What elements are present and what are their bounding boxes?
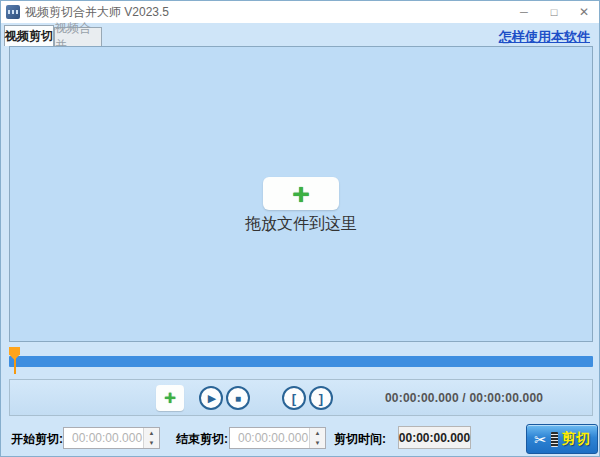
close-button-icon[interactable]: ✕ (569, 1, 599, 23)
spinner-down-icon[interactable]: ▼ (144, 438, 159, 448)
seek-bar[interactable] (9, 356, 593, 367)
stop-button[interactable]: ■ (226, 386, 250, 410)
tab-video-cut[interactable]: 视频剪切 (4, 25, 54, 46)
app-window: 视频剪切合并大师 V2023.5 ─ □ ✕ 视频剪切 视频合并 怎样使用本软件… (0, 0, 600, 457)
start-cut-input[interactable] (64, 428, 143, 448)
cut-button[interactable]: ✂ 剪切 (526, 424, 598, 454)
start-cut-spinner: ▲ ▼ (143, 428, 159, 448)
stop-icon: ■ (235, 393, 241, 404)
plus-icon: + (292, 181, 310, 207)
add-file-button[interactable]: + (263, 177, 339, 210)
start-cut-field-group: ▲ ▼ (63, 427, 160, 449)
bottom-bar: 开始剪切: ▲ ▼ 结束剪切: ▲ ▼ 剪切时间: 00:00:00.000 ✂… (1, 418, 600, 457)
cut-duration-value: 00:00:00.000 (398, 426, 471, 449)
tab-video-merge[interactable]: 视频合并 (54, 27, 102, 46)
app-icon (6, 5, 20, 19)
drop-zone[interactable]: + 拖放文件到这里 (9, 46, 593, 342)
plus-icon: + (164, 389, 176, 407)
start-cut-label: 开始剪切: (11, 431, 63, 448)
help-link[interactable]: 怎样使用本软件 (499, 28, 590, 46)
scissors-icon: ✂ (534, 432, 547, 447)
end-cut-field-group: ▲ ▼ (229, 427, 326, 449)
end-cut-input[interactable] (230, 428, 309, 448)
mark-start-button[interactable]: [ (282, 386, 306, 410)
bracket-right-icon: ] (319, 391, 323, 406)
cut-button-label: 剪切 (562, 430, 590, 448)
minimize-button-icon[interactable]: ─ (509, 1, 539, 23)
time-display: 00:00:00.000 / 00:00:00.000 (385, 391, 543, 405)
window-controls: ─ □ ✕ (509, 1, 599, 23)
end-cut-spinner: ▲ ▼ (309, 428, 325, 448)
play-icon: ▶ (208, 392, 216, 405)
play-button[interactable]: ▶ (199, 386, 223, 410)
bracket-left-icon: [ (292, 391, 296, 406)
spinner-up-icon[interactable]: ▲ (144, 428, 159, 438)
transport-panel: + ▶ ■ [ ] 00:00:00.000 / 00:00:00.000 (9, 379, 593, 416)
end-cut-label: 结束剪切: (176, 431, 228, 448)
mark-end-button[interactable]: ] (309, 386, 333, 410)
drop-zone-label: 拖放文件到这里 (10, 214, 592, 235)
add-file-small-button[interactable]: + (156, 385, 184, 411)
window-title: 视频剪切合并大师 V2023.5 (25, 4, 169, 21)
cut-duration-label: 剪切时间: (334, 431, 386, 448)
spinner-up-icon[interactable]: ▲ (310, 428, 325, 438)
spinner-down-icon[interactable]: ▼ (310, 438, 325, 448)
maximize-button-icon[interactable]: □ (539, 1, 569, 23)
filmstrip-icon (551, 432, 558, 447)
